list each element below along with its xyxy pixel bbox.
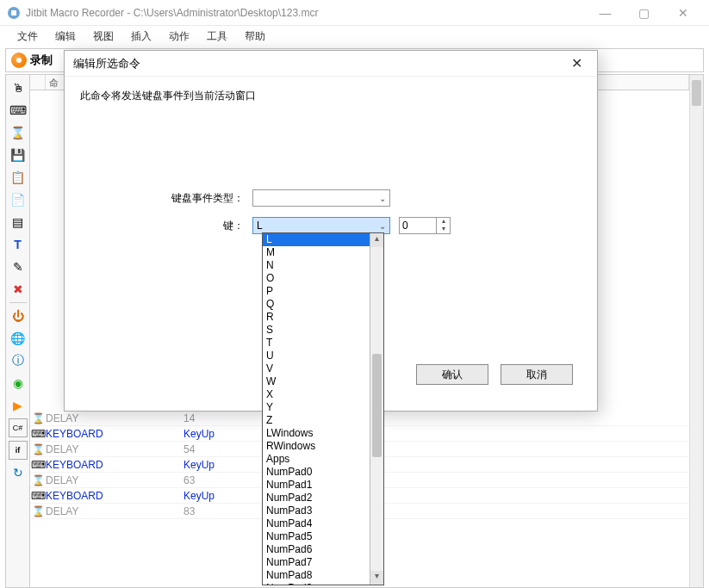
key-number-input[interactable]: 0 — [399, 217, 437, 234]
scroll-up-icon[interactable]: ▴ — [370, 233, 383, 247]
row-command: DELAY — [46, 474, 183, 486]
dropdown-item[interactable]: Z — [263, 414, 370, 427]
row-command: DELAY — [46, 505, 183, 517]
dropdown-item[interactable]: Q — [263, 298, 370, 311]
key-label: 键： — [80, 219, 252, 233]
dropdown-item[interactable]: Y — [263, 401, 370, 414]
dropdown-item[interactable]: NumPad8 — [263, 569, 370, 582]
tool-if-icon[interactable]: if — [9, 441, 28, 460]
row-value: KeyUp — [183, 490, 689, 502]
dropdown-item[interactable]: NumPad4 — [263, 517, 370, 530]
event-type-select[interactable]: ⌄ — [252, 189, 390, 207]
tool-keyboard-icon[interactable]: ⌨ — [9, 101, 28, 120]
menubar: 文件 编辑 视图 插入 动作 工具 帮助 — [0, 26, 709, 46]
dropdown-item[interactable]: RWindows — [263, 440, 370, 453]
tool-refresh-icon[interactable]: ↻ — [9, 463, 28, 482]
minimize-button[interactable]: ― — [586, 1, 625, 25]
row-value: 54 — [183, 443, 689, 455]
dropdown-scroll-thumb[interactable] — [372, 354, 382, 457]
menu-view[interactable]: 视图 — [84, 27, 122, 46]
menu-tools[interactable]: 工具 — [198, 27, 236, 46]
dropdown-item[interactable]: LWindows — [263, 427, 370, 440]
tool-table-icon[interactable]: ▤ — [9, 213, 28, 232]
spin-down-icon[interactable]: ▾ — [437, 226, 450, 233]
tool-green-icon[interactable]: ◉ — [9, 374, 28, 393]
dropdown-item[interactable]: X — [263, 388, 370, 401]
tool-clipboard-icon[interactable]: 📋 — [9, 168, 28, 187]
titlebar: Jitbit Macro Recorder - C:\Users\Adminis… — [0, 0, 709, 26]
dropdown-item[interactable]: M — [263, 246, 370, 259]
dropdown-item[interactable]: NumPad6 — [263, 543, 370, 556]
tool-mouse-icon[interactable]: 🖱 — [9, 78, 28, 97]
scroll-down-icon[interactable]: ▾ — [370, 571, 383, 585]
window-title: Jitbit Macro Recorder - C:\Users\Adminis… — [26, 7, 586, 19]
toolbar-separator — [9, 302, 27, 303]
dropdown-item[interactable]: L — [263, 233, 370, 246]
dropdown-item[interactable]: NumPad1 — [263, 479, 370, 492]
dropdown-item[interactable]: V — [263, 362, 370, 375]
scrollbar-thumb[interactable] — [692, 80, 701, 106]
dropdown-item[interactable]: NumPad5 — [263, 530, 370, 543]
row-icon: ⌛ — [30, 505, 46, 517]
dropdown-item[interactable]: S — [263, 324, 370, 337]
menu-file[interactable]: 文件 — [9, 27, 47, 46]
vertical-scrollbar[interactable] — [689, 75, 703, 587]
key-select[interactable]: L ⌄ — [252, 217, 390, 234]
tool-globe-icon[interactable]: 🌐 — [9, 329, 28, 348]
svg-rect-1 — [11, 10, 16, 15]
dropdown-item[interactable]: NumPad7 — [263, 556, 370, 569]
dropdown-item[interactable]: NumPad3 — [263, 504, 370, 517]
dropdown-item[interactable]: NumPad9 — [263, 582, 370, 585]
left-toolbar: 🖱 ⌨ ⌛ 💾 📋 📄 ▤ T ✎ ✖ ⏻ 🌐 ⓘ ◉ ▶ C# if ↻ — [6, 75, 30, 587]
row-icon: ⌨ — [30, 428, 46, 440]
tool-x-icon[interactable]: ✖ — [9, 280, 28, 299]
dropdown-item[interactable]: P — [263, 285, 370, 298]
dropdown-item[interactable]: T — [263, 337, 370, 350]
number-spinner[interactable]: ▴▾ — [437, 217, 451, 234]
row-command: KEYBOARD — [46, 459, 183, 471]
menu-help[interactable]: 帮助 — [236, 27, 274, 46]
dropdown-item[interactable]: R — [263, 311, 370, 324]
dropdown-item[interactable]: NumPad0 — [263, 466, 370, 479]
close-button[interactable]: ✕ — [663, 1, 702, 25]
dropdown-item[interactable]: Apps — [263, 453, 370, 466]
record-label: 录制 — [30, 53, 53, 68]
menu-action[interactable]: 动作 — [160, 27, 198, 46]
dropdown-item[interactable]: N — [263, 259, 370, 272]
row-icon: ⌨ — [30, 459, 46, 471]
dropdown-item[interactable]: W — [263, 375, 370, 388]
row-icon: ⌛ — [30, 474, 46, 486]
row-value: 14 — [183, 412, 689, 424]
menu-edit[interactable]: 编辑 — [47, 27, 84, 46]
row-icon: ⌛ — [30, 412, 46, 424]
dialog-titlebar: 编辑所选命令 ✕ — [65, 51, 597, 77]
tool-text-icon[interactable]: T — [9, 235, 28, 254]
maximize-button[interactable]: ▢ — [625, 1, 663, 25]
dropdown-scrollbar[interactable]: ▴ ▾ — [370, 233, 383, 585]
ok-button[interactable]: 确认 — [416, 364, 488, 385]
dropdown-item[interactable]: U — [263, 350, 370, 362]
tool-power-icon[interactable]: ⏻ — [9, 306, 28, 325]
dialog-close-button[interactable]: ✕ — [564, 52, 588, 76]
tool-play-icon[interactable]: ▶ — [9, 396, 28, 415]
row-value: KeyUp — [183, 459, 689, 471]
row-command: KEYBOARD — [46, 428, 183, 440]
row-command: KEYBOARD — [46, 490, 183, 502]
record-button[interactable]: 录制 — [6, 51, 58, 70]
tool-save-icon[interactable]: 💾 — [9, 145, 28, 164]
chevron-down-icon: ⌄ — [379, 194, 386, 203]
tool-info-icon[interactable]: ⓘ — [9, 351, 28, 370]
key-dropdown-list[interactable]: LMNOPQRSTUVWXYZLWindowsRWindowsAppsNumPa… — [262, 232, 384, 585]
record-icon — [11, 53, 27, 68]
menu-insert[interactable]: 插入 — [122, 27, 160, 46]
tool-timer-icon[interactable]: ⌛ — [9, 123, 28, 142]
dialog-description: 此命令将发送键盘事件到当前活动窗口 — [80, 89, 582, 103]
dropdown-item[interactable]: NumPad2 — [263, 492, 370, 504]
row-value: 63 — [183, 474, 689, 486]
tool-pencil-icon[interactable]: ✎ — [9, 257, 28, 276]
tool-code-icon[interactable]: C# — [9, 418, 28, 437]
cancel-button[interactable]: 取消 — [501, 364, 573, 385]
tool-copy-icon[interactable]: 📄 — [9, 190, 28, 209]
row-command: DELAY — [46, 412, 183, 424]
dropdown-item[interactable]: O — [263, 272, 370, 285]
